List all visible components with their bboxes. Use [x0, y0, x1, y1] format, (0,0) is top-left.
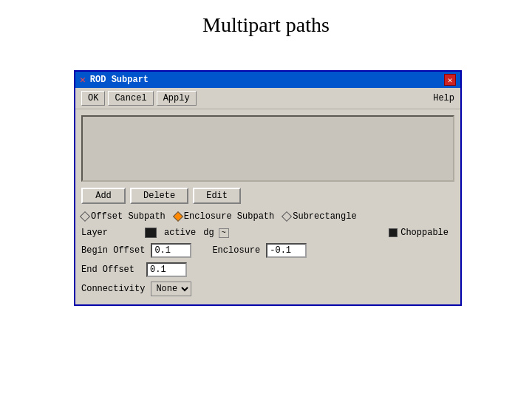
end-offset-row: End Offset [75, 260, 460, 279]
end-offset-label: End Offset [81, 265, 140, 275]
enclosure-subpath-option[interactable]: Enclosure Subpath [174, 211, 274, 222]
connectivity-select[interactable]: None [151, 282, 191, 296]
offset-radio-icon [80, 211, 90, 222]
add-button[interactable]: Add [81, 188, 126, 204]
title-x-icon: ✕ [80, 74, 86, 86]
dialog-title: ROD Subpart [90, 75, 149, 85]
help-label[interactable]: Help [433, 93, 454, 103]
edit-button[interactable]: Edit [193, 188, 241, 204]
subpart-list[interactable] [81, 115, 454, 182]
end-offset-input[interactable] [146, 262, 187, 277]
enclosure-subpath-label: Enclosure Subpath [184, 211, 274, 222]
offset-subpath-label: Offset Subpath [91, 211, 166, 222]
begin-offset-label: Begin Offset [81, 245, 145, 256]
dialog-window: ✕ ROD Subpart ✕ OK Cancel Apply Help Add… [74, 70, 462, 306]
layer-unit: dg [203, 228, 214, 238]
delete-button[interactable]: Delete [130, 188, 188, 204]
subrectangle-option[interactable]: Subrectangle [283, 211, 356, 222]
toolbar-left: OK Cancel Apply [81, 91, 197, 106]
offset-subpath-option[interactable]: Offset Subpath [81, 211, 166, 222]
titlebar-left: ✕ ROD Subpart [80, 74, 149, 86]
bottom-padding [75, 299, 460, 304]
begin-offset-input[interactable] [151, 243, 191, 258]
layer-arrow-button[interactable]: ~ [219, 228, 229, 238]
subrectangle-label: Subrectangle [293, 211, 356, 222]
enclosure-label: Enclosure [212, 245, 260, 256]
connectivity-label: Connectivity [81, 284, 145, 294]
cancel-button[interactable]: Cancel [108, 91, 153, 106]
radio-options-row: Offset Subpath Enclosure Subpath Subrect… [75, 208, 460, 225]
dialog-toolbar: OK Cancel Apply Help [75, 88, 460, 109]
list-buttons: Add Delete Edit [81, 188, 454, 204]
enclosure-radio-icon [173, 211, 183, 222]
dialog-titlebar: ✕ ROD Subpart ✕ [75, 72, 460, 88]
close-button[interactable]: ✕ [444, 74, 456, 86]
connectivity-row: Connectivity None [75, 279, 460, 299]
subrectangle-radio-icon [282, 211, 292, 222]
layer-color-swatch [145, 228, 157, 238]
page-title: Multipart paths [0, 0, 532, 46]
begin-offset-row: Begin Offset Enclosure [75, 241, 460, 260]
choppable-row: Choppable [389, 228, 454, 238]
enclosure-input[interactable] [266, 243, 307, 258]
layer-label: Layer [81, 228, 140, 238]
choppable-checkbox[interactable] [389, 228, 398, 237]
ok-button[interactable]: OK [81, 91, 105, 106]
layer-row: Layer active dg ~ Choppable [75, 225, 460, 241]
layer-name-field: active [161, 227, 199, 239]
choppable-label: Choppable [400, 228, 449, 238]
apply-button[interactable]: Apply [157, 91, 197, 106]
layer-left: Layer active dg ~ [81, 227, 229, 239]
